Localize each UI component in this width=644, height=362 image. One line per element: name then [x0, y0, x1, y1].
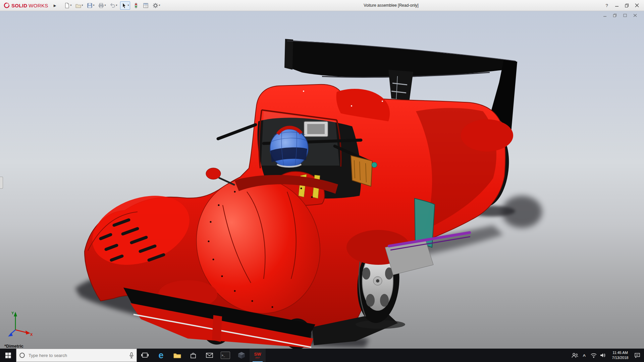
print-button[interactable]: ▾ — [97, 2, 107, 9]
doc-minimize-icon — [603, 13, 607, 17]
search-input[interactable] — [28, 353, 126, 358]
doc-close-button[interactable] — [631, 12, 639, 18]
window-controls: ? — [602, 0, 642, 11]
options-button[interactable]: ▾ — [152, 2, 161, 9]
solidworks-logo: SOLIDWORKS — [0, 2, 52, 9]
new-document-icon — [64, 2, 70, 9]
title-bar: SOLIDWORKS ▶ ▾ ▾ ▾ ▾ — [0, 0, 644, 11]
orientation-triad: Y X — [5, 309, 34, 337]
network-button[interactable] — [589, 349, 598, 362]
file-explorer-icon — [173, 352, 181, 359]
svg-text:Y: Y — [11, 311, 14, 315]
microphone-icon[interactable] — [129, 352, 134, 358]
triad-y-axis: Y — [11, 311, 17, 330]
close-icon — [635, 3, 639, 7]
help-button[interactable]: ? — [602, 1, 612, 9]
select-arrow-icon — [121, 2, 127, 9]
hidden-icons-button[interactable]: ^ — [580, 349, 589, 362]
doc-close-icon — [633, 13, 637, 17]
save-button[interactable]: ▾ — [86, 2, 95, 9]
taskbar-app-solidworks[interactable]: SW 2017 — [250, 349, 266, 362]
design-table-button[interactable] — [142, 2, 150, 9]
design-table-icon — [143, 2, 149, 9]
side-mirror[interactable] — [206, 168, 221, 179]
dropdown-caret[interactable]: ▾ — [82, 4, 83, 7]
rebuild-stoplight-icon — [133, 2, 139, 9]
rear-fender-arch[interactable] — [461, 119, 513, 152]
taskbar-edge-button[interactable]: e — [153, 349, 169, 362]
save-icon — [87, 2, 93, 9]
options-gear-icon — [152, 2, 159, 9]
mail-icon — [206, 353, 213, 358]
rearview-mirror-glass — [307, 124, 325, 134]
dropdown-caret[interactable]: ▾ — [128, 4, 129, 7]
graphics-area[interactable]: Y X *Dimetric — [0, 11, 644, 349]
window-title: Voiture assemblee [Read-only] — [364, 0, 418, 11]
start-button[interactable] — [0, 349, 16, 362]
dropdown-caret[interactable]: ▾ — [70, 4, 72, 7]
view-orientation-label: *Dimetric — [4, 344, 23, 349]
doc-minimize-button[interactable] — [601, 12, 608, 18]
quick-access-toolbar: ▾ ▾ ▾ ▾ ▾ — [63, 1, 161, 10]
taskbar-cad-tool-button[interactable] — [233, 349, 250, 362]
store-icon — [190, 352, 197, 359]
windows-taskbar: e >_ SW 2017 — [0, 349, 644, 362]
network-icon — [590, 353, 597, 358]
ds-mark-icon — [3, 2, 10, 9]
people-icon — [572, 353, 578, 358]
close-button[interactable] — [632, 1, 642, 9]
document-window-controls — [601, 12, 639, 18]
volume-button[interactable] — [598, 349, 608, 362]
action-center-button[interactable] — [633, 349, 642, 362]
people-button[interactable] — [570, 349, 580, 362]
taskbar-file-explorer-button[interactable] — [169, 349, 185, 362]
doc-maximize-icon — [623, 13, 627, 17]
chevron-up-icon: ^ — [583, 353, 586, 359]
taskbar-task-view-button[interactable] — [137, 349, 153, 362]
undo-button[interactable]: ▾ — [109, 2, 118, 9]
cube-app-icon — [238, 352, 245, 359]
solidworks-app-icon: SW 2017 — [254, 352, 261, 359]
dropdown-caret[interactable]: ▾ — [105, 4, 106, 7]
open-document-button[interactable]: ▾ — [74, 2, 84, 9]
edge-icon: e — [158, 351, 163, 360]
brand-word-bold: SOLID — [11, 3, 27, 8]
triad-z-axis — [8, 330, 15, 337]
taskbar-clock[interactable]: 11:45 AM 7/13/2018 — [608, 350, 633, 360]
svg-text:X: X — [30, 333, 33, 337]
taskbar-store-button[interactable] — [185, 349, 201, 362]
brand-word-light: WORKS — [29, 3, 48, 8]
taskbar-search[interactable] — [16, 349, 137, 362]
menu-flyout-button[interactable]: ▶ — [52, 4, 58, 7]
windows-logo-icon — [5, 353, 11, 358]
doc-maximize-button[interactable] — [621, 12, 629, 18]
minimize-icon — [615, 3, 619, 7]
undo-icon — [109, 2, 116, 9]
volume-icon — [600, 353, 606, 358]
clock-date: 7/13/2018 — [608, 355, 633, 360]
taskbar-terminal-button[interactable]: >_ — [217, 349, 233, 362]
rebuild-button[interactable] — [132, 2, 140, 9]
dropdown-caret[interactable]: ▾ — [93, 4, 95, 7]
model-canvas[interactable] — [0, 11, 644, 349]
terminal-icon: >_ — [221, 352, 230, 359]
minimize-button[interactable] — [612, 1, 622, 9]
system-tray: ^ 11:45 AM 7/13/2018 — [570, 349, 644, 362]
featuremanager-flyout-tab[interactable] — [0, 177, 3, 189]
doc-restore-icon — [613, 13, 617, 17]
flyout-arrow-icon: ▶ — [54, 4, 56, 7]
open-folder-icon — [75, 2, 82, 9]
triad-x-axis: X — [15, 330, 33, 337]
help-icon: ? — [605, 3, 608, 8]
clock-time: 11:45 AM — [608, 350, 633, 355]
task-view-icon — [141, 352, 149, 358]
select-tool-button[interactable]: ▾ — [120, 1, 130, 10]
print-icon — [98, 2, 104, 9]
doc-restore-button[interactable] — [611, 12, 619, 18]
cortana-icon — [19, 352, 25, 358]
dropdown-caret[interactable]: ▾ — [116, 4, 117, 7]
restore-button[interactable] — [622, 1, 632, 9]
dropdown-caret[interactable]: ▾ — [159, 4, 160, 7]
taskbar-mail-button[interactable] — [201, 349, 217, 362]
new-document-button[interactable]: ▾ — [63, 2, 72, 9]
